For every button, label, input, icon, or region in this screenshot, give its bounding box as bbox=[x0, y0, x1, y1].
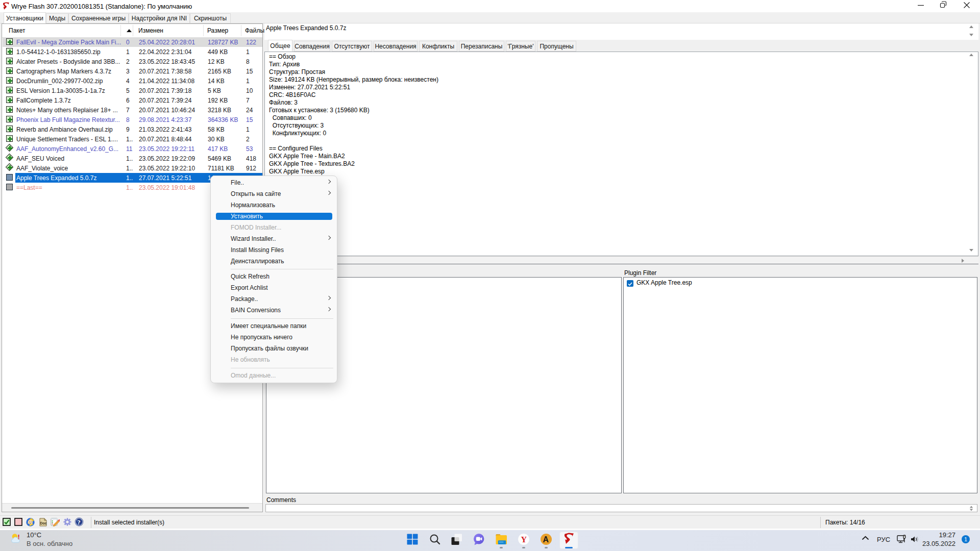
svg-text:Y: Y bbox=[521, 535, 527, 544]
svg-text:Doc: Doc bbox=[40, 521, 47, 525]
svg-text:!: ! bbox=[18, 533, 20, 541]
svg-text:A: A bbox=[543, 535, 549, 544]
svg-text:?: ? bbox=[77, 518, 81, 526]
